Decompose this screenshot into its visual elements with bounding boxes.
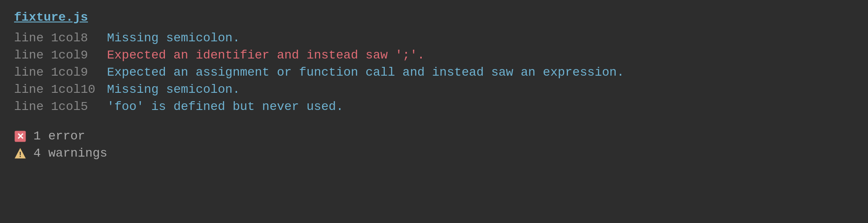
- line-number: line 1: [14, 29, 58, 47]
- error-icon: ✕: [14, 130, 26, 143]
- error-count-label: 1 error: [33, 129, 85, 143]
- error-summary-row: ✕ 1 error: [14, 129, 854, 143]
- summary-section: ✕ 1 error ! 4 warnings: [14, 129, 854, 160]
- col-number: 9: [80, 64, 107, 81]
- filename: fixture.js: [14, 11, 88, 24]
- lint-message: Missing semicolon.: [107, 29, 854, 47]
- list-item: line 1col9Expected an assignment or func…: [14, 64, 854, 81]
- line-number: line 1: [14, 98, 58, 115]
- lint-message: Expected an identifier and instead saw '…: [107, 47, 854, 64]
- warning-summary-row: ! 4 warnings: [14, 146, 854, 160]
- lint-message: 'foo' is defined but never used.: [107, 98, 854, 115]
- lint-results-table: line 1col8Missing semicolon.line 1col9Ex…: [14, 29, 854, 115]
- lint-message: Expected an assignment or function call …: [107, 64, 854, 81]
- col-number: 9: [80, 47, 107, 64]
- line-number: line 1: [14, 47, 58, 64]
- warning-icon: !: [14, 147, 26, 160]
- col-label: col: [58, 64, 80, 81]
- list-item: line 1col8Missing semicolon.: [14, 29, 854, 47]
- warning-count-label: 4 warnings: [33, 146, 107, 160]
- col-label: col: [58, 81, 80, 98]
- svg-text:✕: ✕: [17, 132, 24, 141]
- col-label: col: [58, 47, 80, 64]
- col-label: col: [58, 29, 80, 47]
- col-number: 8: [80, 29, 107, 47]
- list-item: line 1col10Missing semicolon.: [14, 81, 854, 98]
- col-number: 10: [80, 81, 107, 98]
- line-number: line 1: [14, 81, 58, 98]
- list-item: line 1col5'foo' is defined but never use…: [14, 98, 854, 115]
- col-number: 5: [80, 98, 107, 115]
- col-label: col: [58, 98, 80, 115]
- line-number: line 1: [14, 64, 58, 81]
- svg-text:!: !: [19, 150, 22, 159]
- lint-message: Missing semicolon.: [107, 81, 854, 98]
- list-item: line 1col9Expected an identifier and ins…: [14, 47, 854, 64]
